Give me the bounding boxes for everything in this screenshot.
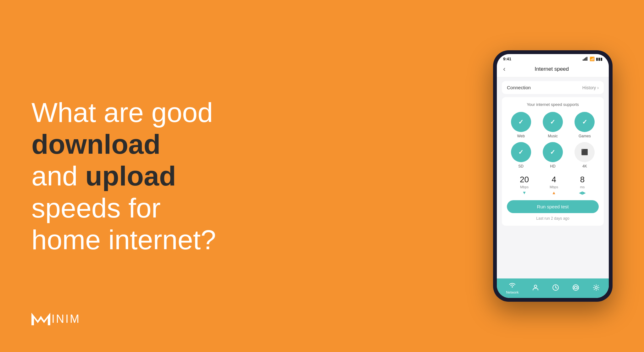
logo-icon [31, 311, 50, 327]
last-run-text: Last run 2 days ago [507, 216, 599, 221]
phone-screen: 9:41 📶 ▮▮▮ ‹ In [497, 54, 609, 298]
nav-label-network: Network [506, 290, 519, 294]
activity-4k: ⬛ 4K [571, 142, 599, 168]
phone-wrapper: 9:41 📶 ▮▮▮ ‹ In [493, 50, 613, 302]
history-tab[interactable]: History › [582, 85, 599, 90]
nav-item-person[interactable] [532, 284, 539, 293]
svg-marker-0 [31, 313, 50, 325]
activity-web: ✓ Web [507, 112, 535, 138]
support-nav-icon [572, 284, 579, 293]
svg-rect-2 [584, 58, 585, 61]
download-value: 20 [520, 175, 529, 184]
ping-unit: ms [580, 185, 585, 189]
back-button[interactable]: ‹ [503, 65, 505, 73]
nav-item-clock[interactable] [552, 284, 559, 293]
svg-line-12 [573, 287, 575, 287]
activity-label-hd: HD [550, 164, 555, 168]
main-content: Connection History › Your internet speed… [497, 77, 609, 278]
run-speed-test-button[interactable]: Run speed test [507, 200, 599, 213]
logo-text: INIM [52, 312, 80, 326]
svg-rect-1 [583, 59, 584, 61]
activity-label-music: Music [548, 134, 558, 138]
svg-line-14 [577, 287, 578, 287]
logo: INIM [31, 311, 80, 327]
headline: What are good download and upload speeds… [31, 96, 267, 256]
status-icons: 📶 ▮▮▮ [583, 57, 602, 61]
phone-device: 9:41 📶 ▮▮▮ ‹ In [493, 50, 613, 302]
svg-point-6 [534, 285, 537, 288]
ping-value: 8 [580, 175, 585, 184]
clock-nav-icon [552, 284, 559, 293]
svg-line-15 [577, 288, 578, 289]
connection-bar: Connection History › [502, 81, 604, 94]
activity-music: ✓ Music [539, 112, 567, 138]
svg-line-9 [556, 288, 557, 288]
upload-metric: 4 Mbps ▲ [550, 175, 558, 195]
svg-point-10 [573, 285, 579, 290]
activity-hd: ✓ HD [539, 142, 567, 168]
download-arrow-icon: ▼ [522, 190, 527, 195]
activity-grid: ✓ Web ✓ Music [507, 112, 599, 168]
activity-label-web: Web [517, 134, 525, 138]
speed-metrics: 20 Mbps ▼ 4 Mbps ▲ 8 ms ◀▶ [507, 175, 599, 195]
card-subtitle: Your internet speed supports [507, 102, 599, 107]
left-section: What are good download and upload speeds… [31, 96, 267, 256]
activity-label-4k: 4K [582, 164, 587, 168]
upload-arrow-icon: ▲ [552, 190, 556, 195]
gear-nav-icon [593, 284, 600, 293]
person-nav-icon [532, 284, 539, 293]
chevron-right-icon: › [597, 85, 599, 90]
headline-line1: What are good download [31, 97, 213, 160]
svg-point-11 [575, 286, 577, 289]
activity-label-games: Games [579, 134, 591, 138]
activity-label-sd: SD [518, 164, 524, 168]
speed-card: Your internet speed supports ✓ Web [502, 97, 604, 226]
activity-games: ✓ Games [571, 112, 599, 138]
top-bar: ‹ Internet speed [497, 63, 609, 77]
bottom-nav: Network [497, 278, 609, 298]
activity-circle-sd: ✓ [511, 142, 531, 162]
upload-value: 4 [552, 175, 556, 184]
svg-rect-3 [585, 58, 586, 61]
wifi-status-icon: 📶 [590, 57, 595, 61]
activity-circle-music: ✓ [543, 112, 563, 132]
connection-tab[interactable]: Connection [507, 85, 531, 90]
monitor-icon: ⬛ [581, 149, 588, 156]
battery-icon: ▮▮▮ [596, 57, 602, 61]
activity-circle-4k: ⬛ [575, 142, 595, 162]
svg-rect-4 [586, 57, 587, 61]
download-unit: Mbps [520, 185, 529, 189]
activity-circle-web: ✓ [511, 112, 531, 132]
screen-title: Internet speed [510, 66, 593, 72]
nav-item-support[interactable] [572, 284, 579, 293]
download-metric: 20 Mbps ▼ [520, 175, 529, 195]
headline-line2: and upload speeds for [31, 160, 176, 223]
signal-icon [583, 57, 588, 61]
svg-point-16 [595, 286, 597, 289]
svg-line-13 [573, 288, 575, 289]
upload-unit: Mbps [550, 185, 558, 189]
activity-circle-games: ✓ [575, 112, 595, 132]
nav-item-network[interactable]: Network [506, 282, 519, 294]
nav-item-settings[interactable] [593, 284, 600, 293]
activity-circle-hd: ✓ [543, 142, 563, 162]
status-bar: 9:41 📶 ▮▮▮ [497, 54, 609, 63]
status-time: 9:41 [503, 57, 511, 61]
svg-point-5 [512, 286, 513, 288]
ping-metric: 8 ms ◀▶ [579, 175, 586, 195]
ping-arrow-icon: ◀▶ [579, 190, 586, 195]
wifi-nav-icon [508, 282, 516, 289]
activity-sd: ✓ SD [507, 142, 535, 168]
headline-line3: home internet? [31, 224, 216, 255]
